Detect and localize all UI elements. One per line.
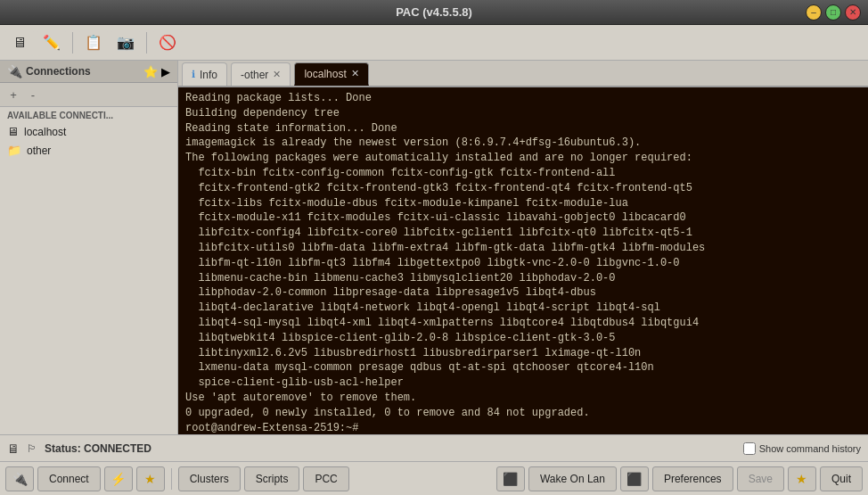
sidebar-expand-icon[interactable]: ▶ <box>161 65 170 78</box>
show-history-label: Show command history <box>759 443 861 454</box>
tab-localhost-label: localhost <box>304 68 346 80</box>
tab-bar: ℹ Info -other ✕ localhost ✕ <box>178 61 868 87</box>
info-icon: ℹ <box>192 69 195 80</box>
sidebar-add-btn[interactable]: + <box>4 85 23 104</box>
available-connections-label: AVAILABLE CONNECTI... <box>0 107 177 122</box>
show-history-container: Show command history <box>743 442 861 455</box>
maximize-button[interactable]: □ <box>825 4 841 21</box>
window-controls: – □ ✕ <box>806 4 861 21</box>
sidebar-bookmark-icon[interactable]: ⭐ <box>143 65 158 78</box>
window-title: PAC (v4.5.5.8) <box>396 5 472 19</box>
connections-label: Connections <box>26 65 91 78</box>
bottom-connect-icon-btn[interactable]: 🔌 <box>5 466 34 491</box>
connect-button[interactable]: Connect <box>37 466 101 491</box>
bottom-star-btn[interactable]: ★ <box>788 466 816 491</box>
titlebar: PAC (v4.5.5.8) – □ ✕ <box>0 0 868 25</box>
toolbar-separator-1 <box>72 32 73 54</box>
save-button[interactable]: Save <box>737 466 784 491</box>
clusters-button[interactable]: Clusters <box>178 466 241 491</box>
bottom-separator-1 <box>171 468 172 490</box>
tab-localhost[interactable]: localhost ✕ <box>294 62 368 86</box>
tab-other-close-icon[interactable]: ✕ <box>273 70 281 79</box>
tab-other[interactable]: -other ✕ <box>231 62 291 86</box>
content-area: ℹ Info -other ✕ localhost ✕ Reading pack… <box>178 61 868 434</box>
script-btn[interactable]: 📋 <box>79 29 108 56</box>
pcc-button[interactable]: PCC <box>303 466 348 491</box>
toolbar-separator-2 <box>146 32 147 54</box>
status-flag-icon: 🏳 <box>27 442 37 455</box>
preferences-button[interactable]: Preferences <box>652 466 733 491</box>
localhost-icon: 🖥 <box>7 125 19 138</box>
new-connection-btn[interactable]: 🖥 <box>5 29 34 56</box>
bottom-toolbar: 🔌 Connect ⚡ ★ Clusters Scripts PCC ⬛ Wak… <box>0 461 868 495</box>
close-window-button[interactable]: ✕ <box>845 4 861 21</box>
sidebar: 🔌 Connections ⭐ ▶ + - AVAILABLE CONNECTI… <box>0 61 178 434</box>
terminal-output: Reading package lists... Done Building d… <box>178 87 868 434</box>
show-command-history-checkbox[interactable] <box>743 442 756 455</box>
bottom-terminal-icon-btn[interactable]: ⬛ <box>496 466 525 491</box>
sidebar-item-localhost-label: localhost <box>24 126 66 138</box>
status-text: Status: CONNECTED <box>45 442 151 455</box>
wake-on-lan-button[interactable]: Wake On Lan <box>528 466 617 491</box>
quit-button[interactable]: Quit <box>820 466 863 491</box>
main-area: 🔌 Connections ⭐ ▶ + - AVAILABLE CONNECTI… <box>0 61 868 434</box>
favorites-btn[interactable]: ★ <box>136 466 165 491</box>
tab-info[interactable]: ℹ Info <box>182 62 227 86</box>
sidebar-tools: + - <box>0 83 177 107</box>
scripts-button[interactable]: Scripts <box>244 466 300 491</box>
stop-btn[interactable]: ⬛ <box>620 466 649 491</box>
sidebar-item-localhost[interactable]: 🖥 localhost <box>0 122 177 141</box>
toolbar: 🖥 ✏️ 📋 📷 🚫 <box>0 25 868 61</box>
connections-icon: 🔌 <box>7 64 22 78</box>
other-icon: 📁 <box>7 144 21 157</box>
tab-info-label: Info <box>200 69 217 81</box>
tab-other-label: -other <box>241 69 268 81</box>
screenshot-btn[interactable]: 📷 <box>111 29 140 56</box>
lightning-btn[interactable]: ⚡ <box>104 466 133 491</box>
minimize-button[interactable]: – <box>806 4 822 21</box>
disconnect-btn[interactable]: 🚫 <box>153 29 182 56</box>
status-bar: 🖥 🏳 Status: CONNECTED Show command histo… <box>0 434 868 461</box>
status-connection-icon: 🖥 <box>7 441 20 456</box>
sidebar-item-other-label: other <box>27 144 51 157</box>
tab-localhost-close-icon[interactable]: ✕ <box>351 69 359 78</box>
sidebar-item-other[interactable]: 📁 other <box>0 141 177 160</box>
edit-connection-btn[interactable]: ✏️ <box>37 29 66 56</box>
sidebar-header: 🔌 Connections ⭐ ▶ <box>0 61 177 83</box>
sidebar-remove-btn[interactable]: - <box>23 85 43 104</box>
